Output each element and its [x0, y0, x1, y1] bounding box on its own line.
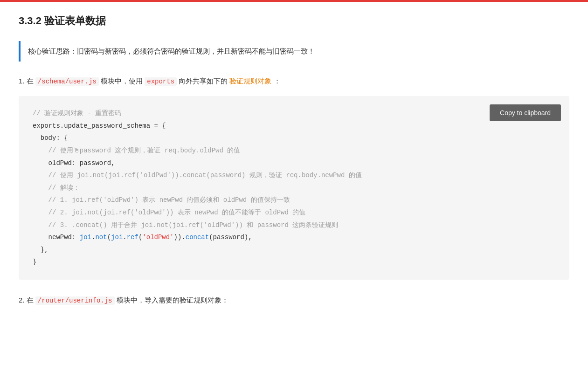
code-line-8: // 1. joi.ref('oldPwd') 表示 newPwd 的值必须和 …	[33, 196, 290, 204]
copy-to-clipboard-button[interactable]: Copy to clipboard	[490, 104, 561, 121]
step1-prefix: 1. 在	[19, 77, 34, 85]
code-line-3: body: {	[33, 134, 68, 142]
step1-suffix: 向外共享如下的	[179, 77, 229, 85]
code-line-1: // 验证规则对象 - 重置密码	[33, 110, 121, 117]
step1-exports: exports	[145, 77, 177, 86]
top-border	[0, 0, 588, 2]
code-line-12: },	[33, 246, 48, 254]
code-line-9: // 2. joi.not(joi.ref('oldPwd')) 表示 newP…	[33, 209, 305, 216]
code-line-11: newPwd: joi.not(joi.ref('oldPwd')).conca…	[33, 234, 252, 241]
callout-block: 核心验证思路：旧密码与新密码，必须符合密码的验证规则，并且新密码不能与旧密码一致…	[19, 41, 569, 62]
callout-text: 核心验证思路：旧密码与新密码，必须符合密码的验证规则，并且新密码不能与旧密码一致…	[28, 46, 562, 57]
step1-text: 1. 在 /schema/user.js 模块中，使用 exports 向外共享…	[19, 75, 569, 88]
code-line-6: // 使用 joi.not(joi.ref('oldPwd')).concat(…	[33, 172, 362, 179]
step2-text: 2. 在 /router/userinfo.js 模块中，导入需要的验证规则对象…	[19, 294, 569, 307]
code-line-4: // 使用🖱password 这个规则，验证 req.body.oldPwd 的…	[33, 147, 240, 154]
step1-colon: ：	[274, 77, 281, 85]
code-line-13: }	[33, 258, 36, 266]
step2-prefix: 2. 在	[19, 296, 34, 304]
step2-middle: 模块中，导入需要的验证规则对象：	[117, 296, 228, 304]
code-line-7: // 解读：	[33, 184, 80, 192]
code-line-10: // 3. .concat() 用于合并 joi.not(joi.ref('ol…	[33, 221, 338, 229]
section-title: 3.3.2 验证表单数据	[19, 14, 569, 28]
step1-path: /schema/user.js	[35, 77, 99, 86]
step1-middle: 模块中，使用	[101, 77, 145, 85]
step2-path: /router/userinfo.js	[35, 296, 115, 305]
code-line-2: exports.update_password_schema = {	[33, 122, 166, 130]
step1-highlight: 验证规则对象	[229, 77, 271, 85]
code-container: Copy to clipboard // 验证规则对象 - 重置密码 expor…	[19, 96, 569, 280]
code-line-5: oldPwd: password,	[33, 159, 115, 167]
code-block: // 验证规则对象 - 重置密码 exports.update_password…	[33, 107, 555, 268]
